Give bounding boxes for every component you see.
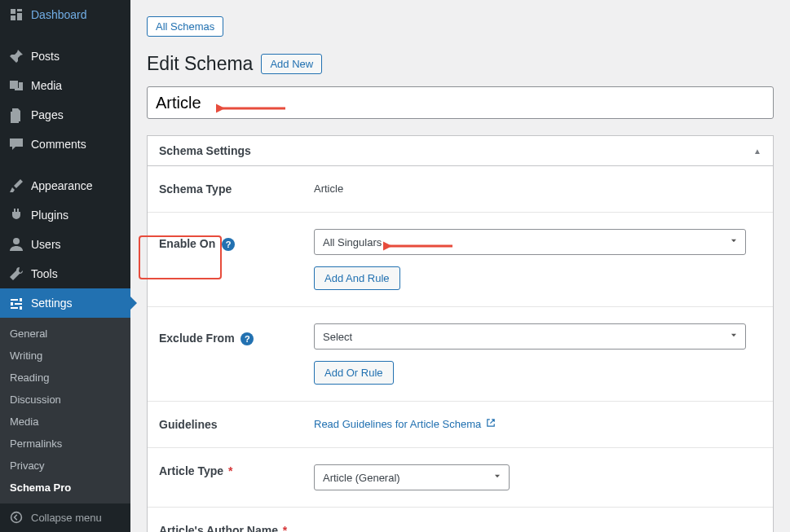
sidebar-item-label: Tools: [31, 267, 58, 280]
enable-on-selected-value: All Singulars: [323, 236, 382, 248]
menu-separator: [0, 33, 130, 37]
help-icon[interactable]: ?: [222, 238, 235, 251]
pin-icon: [8, 48, 24, 64]
guidelines-link[interactable]: Read Guidelines for Article Schema: [314, 418, 496, 430]
collapse-menu-button[interactable]: Collapse menu: [0, 503, 130, 532]
value-schema-type: Article: [302, 166, 773, 213]
submenu-item-reading[interactable]: Reading: [0, 367, 130, 389]
sidebar-item-plugins[interactable]: Plugins: [0, 200, 130, 230]
guidelines-link-text: Read Guidelines for Article Schema: [314, 418, 481, 430]
add-new-button[interactable]: Add New: [261, 54, 322, 74]
submenu-item-schema-pro[interactable]: Schema Pro: [0, 477, 130, 499]
submenu-item-general[interactable]: General: [0, 323, 130, 345]
page-title: Edit Schema: [147, 53, 253, 75]
label-guidelines: Guidelines: [148, 402, 302, 448]
sidebar-item-tools[interactable]: Tools: [0, 259, 130, 288]
schema-title-input[interactable]: [147, 86, 774, 119]
row-enable-on: Enable On ? All Singulars Add And Rule: [148, 213, 773, 307]
row-schema-type: Schema Type Article: [148, 166, 773, 213]
exclude-from-select[interactable]: Select: [314, 323, 746, 350]
enable-on-select[interactable]: All Singulars: [314, 229, 746, 255]
wrench-icon: [8, 266, 24, 282]
help-icon[interactable]: ?: [241, 332, 254, 345]
submenu-item-privacy[interactable]: Privacy: [0, 455, 130, 477]
svg-point-0: [13, 238, 20, 244]
add-and-rule-button[interactable]: Add And Rule: [314, 266, 400, 290]
chevron-down-icon: [729, 236, 739, 248]
sidebar-item-media[interactable]: Media: [0, 71, 130, 100]
sidebar-item-label: Media: [31, 79, 62, 92]
pages-icon: [8, 107, 24, 123]
submenu-item-permalinks[interactable]: Permalinks: [0, 433, 130, 455]
label-author-name: Article's Author Name: [159, 524, 278, 532]
exclude-from-selected-value: Select: [323, 331, 352, 343]
article-type-selected-value: Article (General): [323, 472, 400, 484]
plug-icon: [8, 207, 24, 223]
admin-sidebar: Dashboard Posts Media Pages Comments App…: [0, 0, 130, 532]
external-link-icon: [486, 418, 496, 430]
label-article-type: Article Type: [159, 464, 223, 477]
label-enable-on: Enable On: [159, 237, 215, 250]
label-schema-type: Schema Type: [148, 166, 302, 213]
settings-submenu: General Writing Reading Discussion Media…: [0, 318, 130, 503]
sidebar-item-comments[interactable]: Comments: [0, 130, 130, 159]
brush-icon: [8, 178, 24, 194]
sidebar-item-dashboard[interactable]: Dashboard: [0, 0, 130, 29]
collapse-menu-label: Collapse menu: [31, 512, 102, 524]
sidebar-item-label: Settings: [31, 297, 73, 310]
row-author-name: Article's Author Name *: [148, 508, 773, 533]
sidebar-item-settings[interactable]: Settings: [0, 288, 130, 318]
required-asterisk: *: [283, 524, 287, 532]
chevron-down-icon: [492, 472, 502, 484]
sidebar-item-label: Dashboard: [31, 8, 87, 21]
submenu-item-media[interactable]: Media: [0, 411, 130, 433]
sidebar-item-appearance[interactable]: Appearance: [0, 171, 130, 200]
sidebar-item-label: Plugins: [31, 209, 68, 222]
sidebar-item-label: Comments: [31, 138, 86, 151]
page-heading-row: Edit Schema Add New: [147, 53, 774, 75]
settings-table: Schema Type Article Enable On ? All Sing…: [148, 166, 773, 532]
chevron-down-icon: [729, 331, 739, 343]
submenu-item-writing[interactable]: Writing: [0, 345, 130, 367]
all-schemas-button[interactable]: All Schemas: [147, 16, 223, 37]
panel-header[interactable]: Schema Settings ▲: [148, 136, 773, 166]
sliders-icon: [8, 295, 24, 311]
svg-point-1: [11, 512, 22, 523]
schema-settings-panel: Schema Settings ▲ Schema Type Article En…: [147, 135, 774, 532]
row-exclude-from: Exclude From ? Select Add Or Rule: [148, 307, 773, 402]
row-article-type: Article Type * Article (General): [148, 448, 773, 508]
sidebar-item-pages[interactable]: Pages: [0, 100, 130, 130]
row-guidelines: Guidelines Read Guidelines for Article S…: [148, 402, 773, 448]
sidebar-item-label: Pages: [31, 108, 64, 121]
collapse-panel-icon: ▲: [753, 147, 761, 156]
article-type-select[interactable]: Article (General): [314, 464, 510, 490]
label-exclude-from: Exclude From: [159, 332, 235, 345]
user-icon: [8, 236, 24, 253]
dashboard-icon: [8, 7, 24, 23]
panel-title: Schema Settings: [159, 144, 251, 157]
sidebar-item-label: Appearance: [31, 179, 93, 192]
sidebar-item-posts[interactable]: Posts: [0, 42, 130, 71]
comment-icon: [8, 136, 24, 152]
required-asterisk: *: [228, 464, 232, 477]
sidebar-item-label: Posts: [31, 50, 60, 63]
collapse-icon: [8, 509, 24, 525]
submenu-item-discussion[interactable]: Discussion: [0, 389, 130, 411]
sidebar-item-label: Users: [31, 238, 61, 251]
sidebar-item-users[interactable]: Users: [0, 230, 130, 259]
add-or-rule-button[interactable]: Add Or Rule: [314, 361, 394, 385]
media-icon: [8, 77, 24, 94]
main-content: All Schemas Edit Schema Add New Schema S…: [130, 0, 790, 532]
menu-separator: [0, 163, 130, 167]
